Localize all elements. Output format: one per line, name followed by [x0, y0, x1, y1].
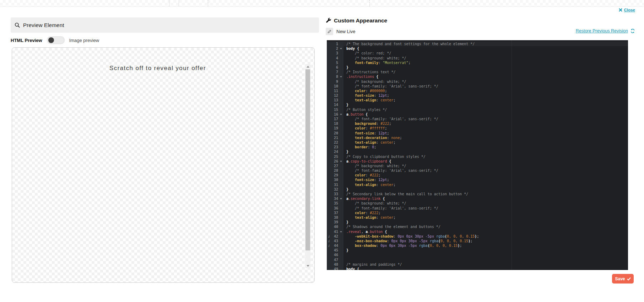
line-number: 38 [327, 215, 343, 220]
line-number: 24 [327, 149, 343, 154]
scroll-thumb[interactable] [305, 69, 310, 250]
code-line: 19 color: #ffffff; [327, 126, 628, 131]
line-number: 2 [327, 46, 343, 51]
line-number: 13 [327, 98, 343, 102]
scroll-down-button[interactable] [305, 263, 310, 268]
line-number: 28 [327, 168, 343, 173]
fold-icon[interactable] [340, 114, 342, 115]
code-line: 17 /* font-family: 'Arial', sans-serif; … [327, 117, 628, 121]
line-number: 16 [327, 112, 343, 117]
code-lines: 1/* The background and font settings for… [327, 42, 628, 270]
code-line: 34a.secondary-link { [327, 196, 628, 201]
code-line: 2body { [327, 46, 628, 51]
code-line: 35 /* background: white; */ [327, 201, 628, 206]
line-number: i44 [327, 243, 343, 248]
close-icon [619, 8, 622, 12]
line-number: 12 [327, 93, 343, 98]
restore-revision-link[interactable]: Restore Previous Revision [576, 28, 635, 33]
toggle-knob [48, 37, 54, 43]
code-line: 15/* Button styles */ [327, 107, 628, 112]
line-number: 10 [327, 84, 343, 89]
line-number: 6 [327, 65, 343, 70]
code-line: 37 color: #222; [327, 211, 628, 215]
search-icon [15, 22, 20, 28]
line-number: 35 [327, 201, 343, 206]
line-number: 36 [327, 206, 343, 211]
line-number: 32 [327, 187, 343, 192]
code-line: 47 [327, 258, 628, 262]
canvas-guide-line [369, 0, 370, 6]
code-line: i44 box-shadow: 0px 0px 30px -5px rgba(0… [327, 243, 628, 248]
code-line: 20 font-size: 12pt; [327, 131, 628, 136]
fold-icon[interactable] [340, 48, 342, 49]
code-line: 6} [327, 65, 628, 70]
line-number: 23 [327, 145, 343, 149]
code-line: 4 /* background: white; */ [327, 56, 628, 60]
line-number: 41 [327, 229, 343, 234]
line-number: 49 [327, 267, 343, 270]
fold-icon[interactable] [340, 231, 342, 233]
close-label: Close [624, 8, 635, 12]
code-line: i42 -webkit-box-shadow: 0px 0px 30px -5p… [327, 234, 628, 239]
canvas-guide-line [179, 0, 179, 6]
code-line: 36 /* font-family: 'Arial', sans-serif; … [327, 206, 628, 211]
line-number: 4 [327, 56, 343, 60]
save-label: Save [615, 276, 625, 281]
check-icon [627, 277, 631, 281]
line-number: 26 [327, 159, 343, 164]
code-line: 16a.button { [327, 112, 628, 117]
preview-title: Preview Element [23, 22, 64, 28]
code-line: 13 text-align: center; [327, 98, 628, 102]
screen: Close Preview Element HTML Preview Image… [0, 0, 644, 302]
fold-icon[interactable] [340, 161, 342, 162]
code-line: 14} [327, 102, 628, 107]
code-line: 18 background: #222; [327, 121, 628, 126]
save-button[interactable]: Save [612, 274, 634, 284]
revision-label: New Live [336, 29, 355, 34]
line-number: 8 [327, 74, 343, 79]
line-number: 11 [327, 89, 343, 93]
code-line: 29 color: #222; [327, 173, 628, 178]
preview-scrollbar[interactable] [305, 64, 310, 268]
line-number: 22 [327, 140, 343, 145]
code-line: 22 text-align: center; [327, 140, 628, 145]
line-number: 27 [327, 164, 343, 168]
code-line: 21 text-decoration: none; [327, 136, 628, 140]
line-number: 30 [327, 178, 343, 182]
close-button[interactable]: Close [619, 8, 635, 12]
code-line: 7/* Instructions text */ [327, 70, 628, 74]
code-line: 39} [327, 220, 628, 224]
wrench-icon [326, 18, 331, 23]
revision-chip [326, 28, 333, 35]
image-preview-label: Image preview [69, 38, 99, 43]
line-number: 19 [327, 126, 343, 131]
preview-mode-toggle[interactable] [47, 36, 65, 44]
scroll-up-button[interactable] [305, 64, 310, 69]
line-number: 5 [327, 60, 343, 65]
line-number: 3 [327, 51, 343, 55]
code-line: 11 color: #000000; [327, 89, 628, 93]
line-number: 7 [327, 70, 343, 74]
line-number: 21 [327, 136, 343, 140]
code-line: 38 text-align: center; [327, 215, 628, 220]
code-line: 24} [327, 149, 628, 154]
line-number: 33 [327, 192, 343, 196]
restore-revision-label: Restore Previous Revision [576, 28, 628, 33]
info-icon: i [328, 239, 329, 243]
info-icon: i [328, 243, 329, 248]
line-number: 1 [327, 42, 343, 46]
triangle-down-icon [307, 265, 309, 267]
code-line: 48/* margins and paddings */ [327, 262, 628, 267]
code-line: 49body { [327, 267, 628, 270]
html-preview-label: HTML Preview [11, 38, 42, 43]
line-number: 15 [327, 107, 343, 112]
fold-icon[interactable] [340, 198, 342, 200]
code-line: 27 /* background: white; */ [327, 164, 628, 168]
line-number: 25 [327, 154, 343, 159]
code-editor[interactable]: 1/* The background and font settings for… [327, 40, 628, 270]
code-line: 10 /* font-family: 'Arial', sans-serif; … [327, 84, 628, 89]
fold-icon[interactable] [340, 76, 342, 78]
line-number: 9 [327, 79, 343, 84]
code-line: 1/* The background and font settings for… [327, 42, 628, 46]
code-line: 9 /* background: white; */ [327, 79, 628, 84]
